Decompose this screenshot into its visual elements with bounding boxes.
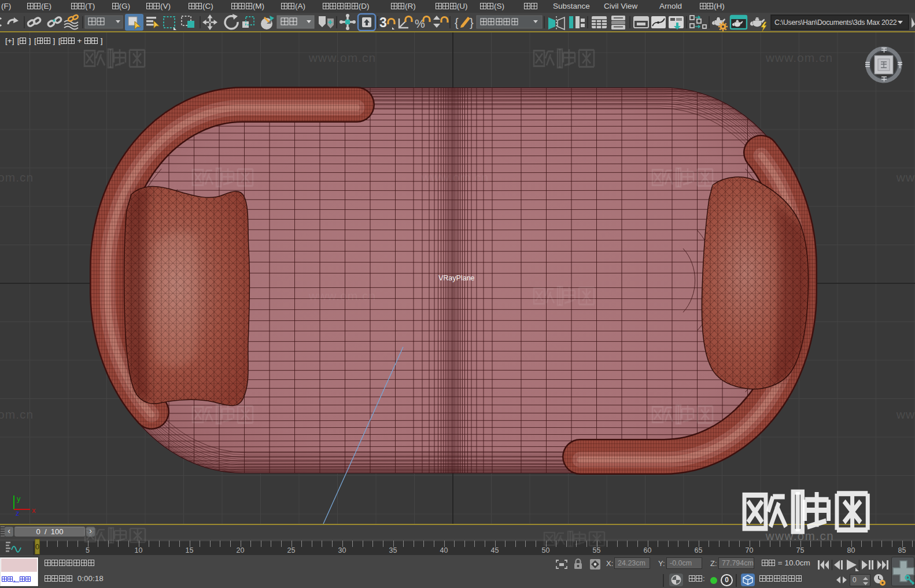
svg-text:www.om.cn: www.om.cn: [765, 51, 833, 64]
svg-text:www.om.cn: www.om.cn: [0, 171, 34, 184]
svg-text:www.om.cn: www.om.cn: [896, 408, 915, 421]
svg-text:y: y: [17, 494, 21, 503]
svg-text:}: }: [470, 16, 474, 29]
svg-text:{: {: [455, 16, 459, 29]
svg-text:C:\Users\Han\Documents\3ds Max: C:\Users\Han\Documents\3ds Max 2022: [774, 19, 897, 27]
svg-text:www.om.cn: www.om.cn: [308, 289, 376, 302]
svg-text:www.om.cn: www.om.cn: [0, 408, 34, 421]
svg-text:www.om.cn: www.om.cn: [421, 171, 489, 184]
svg-text:www.om.cn: www.om.cn: [308, 51, 376, 64]
svg-text:x: x: [32, 506, 36, 515]
svg-text:3: 3: [379, 15, 387, 30]
svg-text:z: z: [16, 509, 20, 517]
svg-text:VRayPlane: VRayPlane: [438, 274, 475, 282]
svg-text:www.om.cn: www.om.cn: [765, 529, 834, 542]
svg-text:www.om.cn: www.om.cn: [896, 171, 915, 184]
